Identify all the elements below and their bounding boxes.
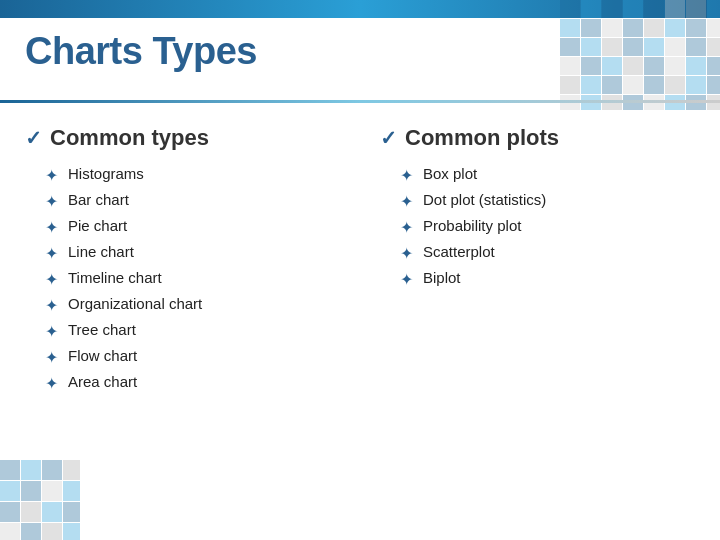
bullet-icon: ✦: [45, 296, 58, 315]
bullet-icon: ✦: [45, 348, 58, 367]
common-types-checkmark: ✓: [25, 126, 42, 150]
item-label: Probability plot: [423, 217, 521, 234]
list-item: ✦ Scatterplot: [400, 243, 695, 263]
list-item: ✦ Flow chart: [45, 347, 340, 367]
item-label: Area chart: [68, 373, 137, 390]
item-label: Bar chart: [68, 191, 129, 208]
bullet-icon: ✦: [45, 322, 58, 341]
common-plots-header: ✓ Common plots: [380, 125, 695, 151]
common-types-list: ✦ Histograms ✦ Bar chart ✦ Pie chart ✦ L…: [25, 165, 340, 393]
bullet-icon: ✦: [400, 218, 413, 237]
page-title: Charts Types: [25, 30, 257, 73]
common-types-title: Common types: [50, 125, 209, 151]
list-item: ✦ Organizational chart: [45, 295, 340, 315]
right-column: ✓ Common plots ✦ Box plot ✦ Dot plot (st…: [360, 125, 695, 530]
item-label: Histograms: [68, 165, 144, 182]
item-label: Scatterplot: [423, 243, 495, 260]
bullet-icon: ✦: [45, 270, 58, 289]
list-item: ✦ Area chart: [45, 373, 340, 393]
item-label: Organizational chart: [68, 295, 202, 312]
common-plots-title: Common plots: [405, 125, 559, 151]
bullet-icon: ✦: [45, 244, 58, 263]
list-item: ✦ Dot plot (statistics): [400, 191, 695, 211]
item-label: Biplot: [423, 269, 461, 286]
top-right-mosaic: [560, 0, 720, 110]
bullet-icon: ✦: [400, 244, 413, 263]
list-item: ✦ Line chart: [45, 243, 340, 263]
item-label: Pie chart: [68, 217, 127, 234]
list-item: ✦ Tree chart: [45, 321, 340, 341]
bullet-icon: ✦: [45, 218, 58, 237]
item-label: Timeline chart: [68, 269, 162, 286]
bullet-icon: ✦: [45, 374, 58, 393]
common-plots-list: ✦ Box plot ✦ Dot plot (statistics) ✦ Pro…: [380, 165, 695, 289]
bullet-icon: ✦: [45, 192, 58, 211]
bullet-icon: ✦: [400, 192, 413, 211]
bullet-icon: ✦: [45, 166, 58, 185]
common-types-header: ✓ Common types: [25, 125, 340, 151]
list-item: ✦ Probability plot: [400, 217, 695, 237]
list-item: ✦ Histograms: [45, 165, 340, 185]
title-divider: [0, 100, 720, 103]
content-area: ✓ Common types ✦ Histograms ✦ Bar chart …: [0, 115, 720, 540]
item-label: Dot plot (statistics): [423, 191, 546, 208]
bottom-left-mosaic: [0, 460, 80, 540]
list-item: ✦ Box plot: [400, 165, 695, 185]
list-item: ✦ Biplot: [400, 269, 695, 289]
bullet-icon: ✦: [400, 166, 413, 185]
item-label: Line chart: [68, 243, 134, 260]
list-item: ✦ Pie chart: [45, 217, 340, 237]
bullet-icon: ✦: [400, 270, 413, 289]
item-label: Tree chart: [68, 321, 136, 338]
item-label: Flow chart: [68, 347, 137, 364]
list-item: ✦ Timeline chart: [45, 269, 340, 289]
item-label: Box plot: [423, 165, 477, 182]
common-plots-checkmark: ✓: [380, 126, 397, 150]
list-item: ✦ Bar chart: [45, 191, 340, 211]
